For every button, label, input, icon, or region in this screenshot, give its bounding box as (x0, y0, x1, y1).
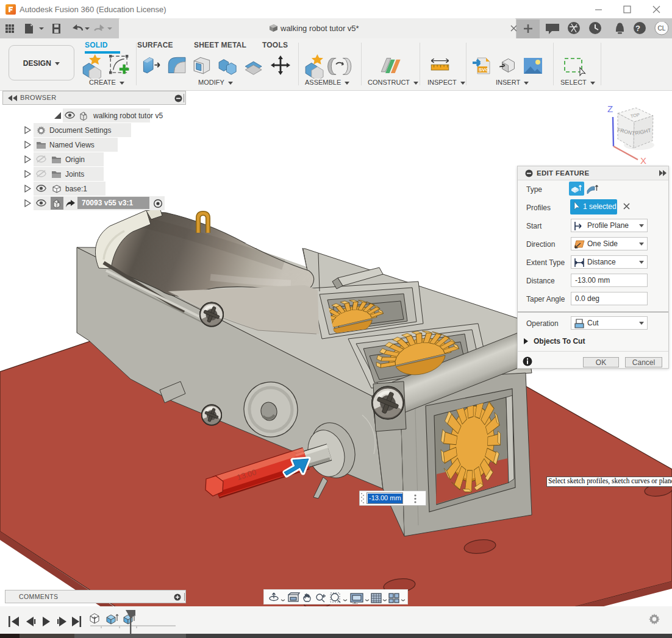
svg-text:?: ? (635, 24, 640, 33)
svg-text:Z: Z (607, 104, 613, 114)
svg-text:X: X (640, 155, 646, 166)
svg-text:CL: CL (658, 25, 666, 32)
svg-text:SVG: SVG (479, 67, 489, 73)
